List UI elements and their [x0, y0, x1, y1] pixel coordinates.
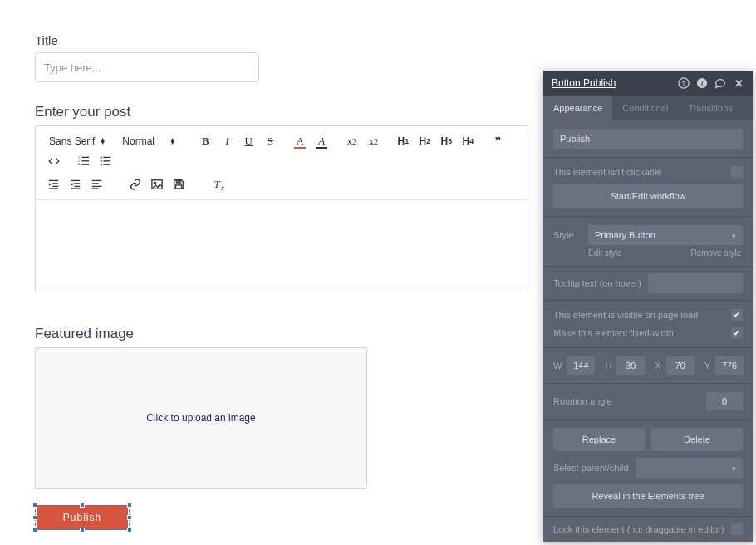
- font-family-value: Sans Serif: [49, 135, 95, 147]
- svg-text:1: 1: [78, 156, 80, 160]
- x-label: X: [655, 361, 660, 371]
- height-label: H: [605, 361, 611, 371]
- font-style-value: Normal: [122, 135, 155, 147]
- heading4-button[interactable]: H4: [458, 131, 478, 151]
- title-input[interactable]: Type here...: [35, 52, 259, 82]
- subscript-button[interactable]: x2: [363, 131, 383, 151]
- heading1-button[interactable]: H1: [393, 131, 413, 151]
- y-label: Y: [704, 361, 710, 371]
- svg-rect-28: [176, 180, 180, 184]
- workflow-button[interactable]: Start/Edit workflow: [553, 184, 743, 208]
- align-button[interactable]: [87, 174, 107, 194]
- editor-content-area[interactable]: [36, 200, 528, 292]
- property-panel[interactable]: Button Publish ? i ✕ Appearance Conditio…: [543, 71, 753, 542]
- rich-text-editor[interactable]: Sans Serif ▲▼ Normal ▲▼ B I U S A A: [35, 125, 528, 292]
- lock-section: Lock this element (not draggable in edit…: [543, 517, 753, 542]
- font-family-select[interactable]: Sans Serif ▲▼: [44, 132, 110, 150]
- select-parent-dropdown[interactable]: [636, 458, 744, 478]
- svg-rect-22: [92, 180, 101, 181]
- save-icon-button[interactable]: [169, 174, 189, 194]
- style-section: Style Primary Button Edit style Remove s…: [543, 217, 753, 267]
- height-input[interactable]: [616, 356, 645, 375]
- svg-rect-19: [74, 186, 80, 187]
- help-icon[interactable]: ?: [678, 77, 690, 89]
- tab-appearance[interactable]: Appearance: [543, 96, 612, 120]
- svg-point-6: [101, 157, 102, 159]
- svg-text:2: 2: [78, 160, 80, 163]
- dimensions-section: W H X Y: [543, 348, 753, 384]
- heading3-button[interactable]: H3: [436, 131, 456, 151]
- underline-button[interactable]: U: [238, 131, 258, 151]
- close-icon[interactable]: ✕: [733, 77, 744, 89]
- blockquote-button[interactable]: ”: [488, 131, 508, 151]
- svg-rect-15: [49, 188, 58, 189]
- x-input[interactable]: [666, 356, 695, 375]
- ordered-list-button[interactable]: 123: [74, 151, 94, 171]
- info-icon[interactable]: i: [696, 77, 708, 89]
- element-text-input[interactable]: [553, 129, 743, 149]
- panel-header[interactable]: Button Publish ? i ✕: [543, 71, 753, 96]
- svg-point-8: [101, 160, 102, 162]
- actions-section: Replace Delete Select parent/child Revea…: [543, 420, 753, 517]
- superscript-button[interactable]: x2: [341, 131, 361, 151]
- indent-decrease-button[interactable]: [44, 174, 64, 194]
- link-button[interactable]: [125, 174, 145, 194]
- visibility-section: This element is visible on page load Mak…: [543, 301, 753, 348]
- svg-rect-23: [92, 183, 99, 184]
- y-input[interactable]: [715, 356, 744, 375]
- italic-button[interactable]: I: [217, 131, 237, 151]
- editor-canvas: Title Type here... Enter your post Sans …: [0, 0, 540, 545]
- svg-rect-0: [81, 157, 89, 158]
- rotation-input[interactable]: [706, 392, 743, 410]
- tooltip-label: Tooltip text (on hover): [553, 278, 641, 288]
- bold-button[interactable]: B: [195, 131, 215, 151]
- image-button[interactable]: [147, 174, 167, 194]
- clear-format-button[interactable]: Tx: [207, 174, 227, 194]
- svg-marker-21: [71, 183, 73, 186]
- svg-point-27: [154, 182, 155, 184]
- replace-button[interactable]: Replace: [553, 428, 645, 451]
- tab-conditional[interactable]: Conditional: [612, 96, 678, 120]
- fixed-width-checkbox[interactable]: [731, 327, 743, 339]
- text-color-button[interactable]: A: [290, 131, 310, 151]
- style-label: Style: [553, 230, 582, 240]
- title-placeholder: Type here...: [44, 61, 101, 74]
- svg-rect-24: [92, 186, 101, 187]
- bullet-list-button[interactable]: [96, 151, 115, 171]
- featured-label: Featured image: [35, 326, 505, 342]
- panel-body: This element isn't clickable Start/Edit …: [543, 120, 753, 542]
- width-label: W: [553, 361, 562, 371]
- panel-title[interactable]: Button Publish: [552, 77, 616, 89]
- svg-rect-7: [103, 157, 110, 158]
- tooltip-section: Tooltip text (on hover): [543, 267, 753, 301]
- visible-checkbox[interactable]: [731, 309, 743, 321]
- post-label: Enter your post: [35, 104, 505, 120]
- lock-checkbox[interactable]: [731, 523, 743, 535]
- fixed-width-label: Make this element fixed-width: [553, 328, 674, 338]
- indent-increase-button[interactable]: [66, 174, 86, 194]
- heading2-button[interactable]: H2: [415, 131, 434, 151]
- workflow-section: This element isn't clickable Start/Edit …: [543, 158, 753, 217]
- comment-icon[interactable]: [714, 77, 726, 89]
- style-select[interactable]: Primary Button: [588, 225, 743, 245]
- featured-image-upload[interactable]: Click to upload an image: [35, 347, 367, 489]
- svg-rect-29: [176, 185, 182, 189]
- highlight-color-button[interactable]: A: [312, 131, 331, 151]
- code-block-button[interactable]: [44, 151, 64, 171]
- publish-button[interactable]: Publish: [37, 505, 128, 530]
- select-parent-label: Select parent/child: [553, 463, 629, 473]
- tab-transitions[interactable]: Transitions: [678, 96, 742, 120]
- tooltip-input[interactable]: [648, 273, 743, 293]
- svg-rect-18: [74, 183, 80, 184]
- strikethrough-button[interactable]: S: [260, 131, 280, 151]
- publish-button-selection[interactable]: Publish: [35, 505, 130, 530]
- remove-style-link[interactable]: Remove style: [690, 248, 741, 258]
- reveal-tree-button[interactable]: Reveal in the Elements tree: [553, 484, 743, 508]
- width-input[interactable]: [567, 356, 595, 375]
- delete-button[interactable]: Delete: [651, 428, 743, 451]
- not-clickable-label: This element isn't clickable: [553, 167, 662, 177]
- publish-label: Publish: [63, 512, 101, 523]
- edit-style-link[interactable]: Edit style: [588, 248, 622, 258]
- not-clickable-checkbox[interactable]: [731, 166, 743, 178]
- font-style-select[interactable]: Normal ▲▼: [117, 132, 180, 150]
